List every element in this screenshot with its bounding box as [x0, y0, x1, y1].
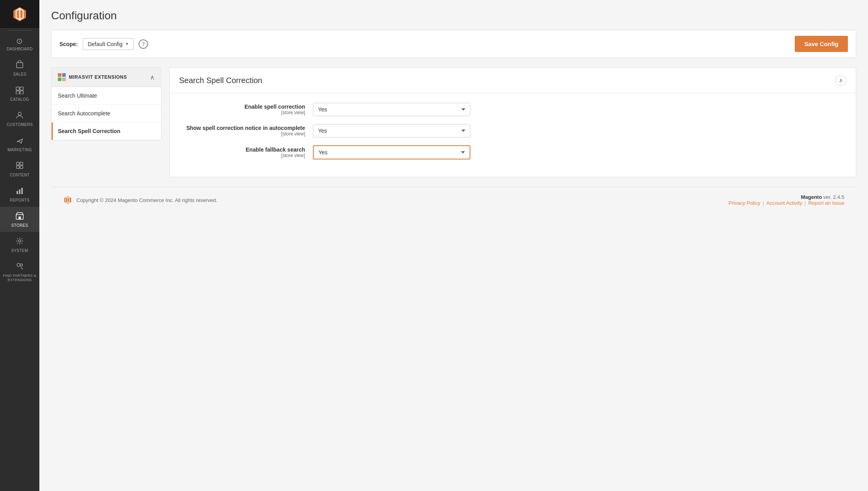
- form-row-show-spell-correction-notice: Show spell correction notice in autocomp…: [179, 124, 846, 137]
- privacy-policy-link[interactable]: Privacy Policy: [728, 200, 760, 206]
- scope-select[interactable]: Default Config ▼: [83, 38, 134, 50]
- right-panel: Search Spell Correction ∧ Enable spell c…: [169, 67, 856, 177]
- sidebar-item-reports[interactable]: REPORTS: [0, 182, 39, 207]
- footer-right: Magento ver. 2.4.5 Privacy Policy | Acco…: [728, 194, 844, 206]
- form-label-group-1: Enable spell correction [store view]: [179, 104, 305, 115]
- footer: Copyright © 2024 Magento Commerce Inc. A…: [51, 187, 856, 213]
- svg-rect-12: [21, 188, 23, 194]
- customers-icon: [15, 111, 24, 120]
- sidebar-item-label: CONTENT: [10, 173, 30, 178]
- sidebar-item-label: MARKETING: [7, 148, 32, 152]
- sidebar-item-system[interactable]: SYSTEM: [0, 232, 39, 257]
- left-panel-header-left: MIRASVIT EXTENSIONS: [58, 73, 127, 81]
- sidebar-item-dashboard[interactable]: ⊙ DASHBOARD: [0, 32, 39, 56]
- svg-point-15: [19, 240, 21, 242]
- svg-rect-9: [20, 166, 23, 169]
- svg-rect-1: [16, 87, 19, 90]
- content-icon: [15, 161, 24, 171]
- sidebar-item-label: CUSTOMERS: [7, 122, 33, 127]
- section-title: Search Spell Correction: [179, 76, 262, 85]
- scope-label: Scope:: [59, 41, 78, 47]
- page-title: Configuration: [51, 9, 856, 22]
- field-sublabel-show-notice: [store view]: [179, 131, 305, 137]
- left-panel-header: MIRASVIT EXTENSIONS ∧: [52, 68, 161, 87]
- field-label-show-notice: Show spell correction notice in autocomp…: [179, 125, 305, 131]
- svg-rect-3: [16, 91, 19, 94]
- page-content: Configuration Scope: Default Config ▼ ? …: [39, 0, 868, 491]
- footer-left: Copyright © 2024 Magento Commerce Inc. A…: [63, 195, 217, 205]
- form-control-wrap-1: Yes No: [313, 103, 470, 116]
- form-row-enable-spell-correction: Enable spell correction [store view] Yes…: [179, 103, 846, 116]
- collapse-icon[interactable]: ∧: [150, 74, 155, 81]
- footer-logo-icon: [63, 195, 72, 205]
- field-sublabel-enable-fallback: [store view]: [179, 153, 305, 158]
- sidebar-item-sales[interactable]: SALES: [0, 56, 39, 81]
- footer-brand: Magento: [801, 194, 822, 200]
- scope-left: Scope: Default Config ▼ ?: [59, 38, 148, 50]
- save-config-button[interactable]: Save Config: [795, 36, 848, 52]
- scope-value: Default Config: [88, 41, 123, 47]
- main-area: Configuration Scope: Default Config ▼ ? …: [39, 0, 868, 491]
- find-partners-icon: [15, 262, 24, 272]
- form-control-wrap-2: Yes No: [313, 124, 470, 137]
- left-panel-item-search-spell-correction[interactable]: Search Spell Correction: [52, 122, 161, 140]
- section-header: Search Spell Correction ∧: [170, 68, 856, 93]
- left-panel-item-search-autocomplete[interactable]: Search Autocomplete: [52, 105, 161, 122]
- help-question-mark: ?: [142, 41, 145, 47]
- report-issue-link[interactable]: Report an Issue: [808, 200, 844, 206]
- show-notice-select[interactable]: Yes No: [313, 124, 470, 137]
- svg-rect-19: [62, 73, 66, 77]
- field-label-enable-spell-correction: Enable spell correction: [179, 104, 305, 110]
- sidebar-item-content[interactable]: CONTENT: [0, 156, 39, 182]
- config-layout: MIRASVIT EXTENSIONS ∧ Search Ultimate Se…: [51, 67, 856, 177]
- sidebar-item-customers[interactable]: CUSTOMERS: [0, 106, 39, 131]
- sales-icon: [15, 60, 24, 70]
- footer-links: Privacy Policy | Account Activity | Repo…: [728, 200, 844, 206]
- svg-point-17: [20, 264, 22, 266]
- svg-rect-2: [20, 87, 23, 90]
- form-section: Enable spell correction [store view] Yes…: [170, 93, 856, 177]
- sidebar-item-label: STORES: [11, 223, 28, 228]
- left-panel-item-search-ultimate[interactable]: Search Ultimate: [52, 87, 161, 105]
- sidebar-divider: [8, 30, 31, 31]
- svg-rect-4: [20, 91, 23, 94]
- section-toggle-button[interactable]: ∧: [835, 75, 846, 86]
- svg-rect-21: [62, 78, 66, 81]
- sidebar-item-label: SYSTEM: [11, 248, 28, 253]
- sidebar-item-catalog[interactable]: CATALOG: [0, 81, 39, 106]
- footer-copyright: Copyright © 2024 Magento Commerce Inc. A…: [76, 197, 217, 203]
- left-panel-title: MIRASVIT EXTENSIONS: [69, 74, 127, 80]
- catalog-icon: [15, 85, 24, 95]
- scope-dropdown-arrow: ▼: [125, 42, 129, 46]
- mirasvit-logo-icon: [58, 73, 66, 81]
- sidebar-item-label: REPORTS: [10, 198, 30, 203]
- logo: [0, 0, 39, 29]
- sidebar-item-label: DASHBOARD: [7, 47, 33, 52]
- form-label-group-3: Enable fallback search [store view]: [179, 146, 305, 158]
- footer-sep-1: |: [763, 200, 764, 206]
- reports-icon: [15, 186, 24, 196]
- enable-fallback-select[interactable]: Yes No: [313, 145, 470, 159]
- svg-rect-14: [19, 217, 21, 219]
- sidebar-item-find-partners[interactable]: FIND PARTNERS & EXTENSIONS: [0, 257, 39, 286]
- marketing-icon: [15, 136, 24, 146]
- footer-sep-2: |: [805, 200, 806, 206]
- svg-point-5: [18, 112, 21, 115]
- sidebar-item-label: CATALOG: [10, 97, 29, 102]
- svg-point-16: [17, 263, 20, 267]
- account-activity-link[interactable]: Account Activity: [766, 200, 802, 206]
- svg-rect-10: [17, 191, 18, 194]
- svg-rect-18: [58, 73, 61, 77]
- svg-rect-11: [19, 189, 20, 194]
- left-panel: MIRASVIT EXTENSIONS ∧ Search Ultimate Se…: [51, 67, 161, 141]
- section-chevron-up-icon: ∧: [839, 77, 843, 83]
- field-label-enable-fallback: Enable fallback search: [179, 146, 305, 153]
- stores-icon: [15, 211, 24, 221]
- sidebar-item-marketing[interactable]: MARKETING: [0, 131, 39, 156]
- sidebar-item-stores[interactable]: STORES: [0, 207, 39, 232]
- dashboard-icon: ⊙: [16, 37, 23, 45]
- svg-rect-20: [58, 78, 61, 81]
- scope-help-icon[interactable]: ?: [139, 39, 148, 49]
- system-icon: [15, 237, 24, 246]
- enable-spell-correction-select[interactable]: Yes No: [313, 103, 470, 116]
